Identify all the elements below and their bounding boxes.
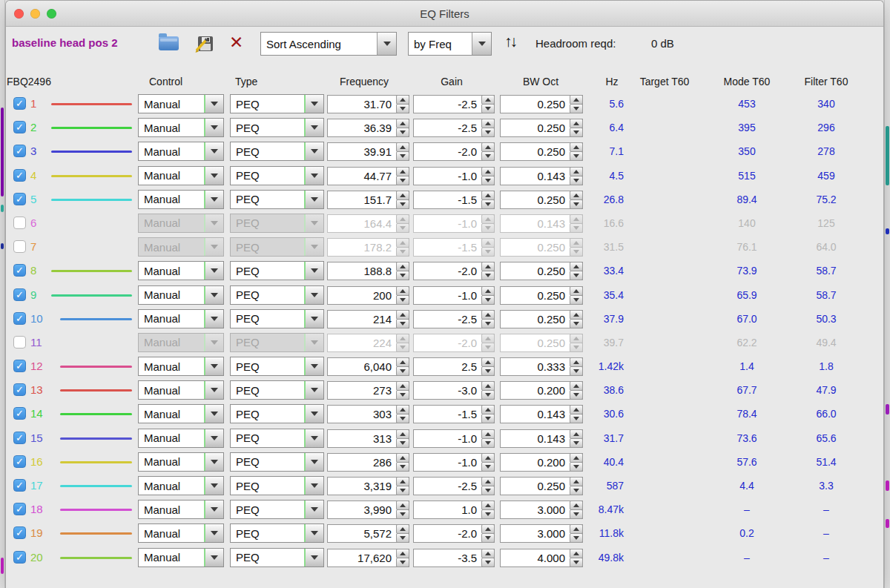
type-select[interactable]: PEQ — [230, 118, 324, 137]
title-bar[interactable]: EQ Filters — [6, 1, 883, 27]
filter-enable-checkbox[interactable]: ✓ — [13, 503, 26, 515]
filter-enable-checkbox[interactable]: ✓ — [13, 360, 26, 372]
spinner-down-button[interactable] — [396, 414, 409, 423]
spinner-down-button[interactable] — [481, 533, 495, 543]
gain-input[interactable]: -1.5 — [413, 238, 495, 257]
spinner-down-button[interactable] — [396, 128, 409, 137]
spinner-down-button[interactable] — [396, 533, 409, 543]
gain-input[interactable]: -2.5 — [413, 95, 495, 113]
frequency-input[interactable]: 178.2 — [327, 238, 409, 257]
filter-enable-checkbox[interactable]: ✓ — [13, 169, 26, 182]
type-select[interactable]: PEQ — [230, 309, 324, 328]
frequency-input[interactable]: 151.7 — [327, 191, 409, 209]
control-select[interactable]: Manual — [138, 237, 224, 257]
spinner-up-button[interactable] — [396, 549, 409, 558]
gain-input[interactable]: 2.5 — [413, 357, 495, 376]
control-select[interactable]: Manual — [138, 285, 224, 305]
spinner-down-button[interactable] — [396, 486, 409, 495]
control-select[interactable]: Manual — [138, 309, 224, 328]
type-select[interactable]: PEQ — [230, 548, 324, 567]
spinner-up-button[interactable] — [481, 286, 495, 296]
gain-input[interactable]: -2.5 — [413, 310, 495, 328]
frequency-input[interactable]: 273 — [327, 381, 409, 400]
spinner-down-button[interactable] — [481, 199, 495, 209]
spinner-up-button[interactable] — [481, 310, 495, 320]
frequency-input[interactable]: 200 — [327, 286, 409, 305]
filter-enable-checkbox[interactable]: ✓ — [13, 383, 26, 396]
type-select[interactable]: PEQ — [230, 357, 324, 376]
type-select[interactable]: PEQ — [230, 237, 324, 257]
filter-enable-checkbox[interactable]: ✓ — [13, 288, 26, 301]
frequency-input[interactable]: 224 — [327, 334, 409, 352]
gain-input[interactable]: -1.5 — [413, 191, 495, 209]
control-select[interactable]: Manual — [138, 94, 224, 113]
type-select[interactable]: PEQ — [230, 523, 324, 543]
spinner-down-button[interactable] — [396, 223, 409, 233]
spinner-up-button[interactable] — [396, 429, 409, 439]
frequency-input[interactable]: 39.91 — [327, 142, 409, 161]
frequency-input[interactable]: 36.39 — [327, 119, 409, 137]
gain-input[interactable]: -2.0 — [413, 142, 495, 161]
filter-enable-checkbox[interactable]: ✓ — [13, 455, 26, 468]
type-select[interactable]: PEQ — [230, 285, 324, 305]
frequency-input[interactable]: 214 — [327, 310, 409, 328]
type-select[interactable]: PEQ — [230, 333, 324, 352]
spinner-down-button[interactable] — [481, 271, 495, 280]
gain-input[interactable]: -2.0 — [413, 262, 495, 280]
spinner-down-button[interactable] — [396, 343, 409, 352]
control-select[interactable]: Manual — [138, 166, 224, 185]
control-select[interactable]: Manual — [138, 118, 224, 137]
filter-enable-checkbox[interactable]: ✓ — [13, 336, 26, 348]
type-select[interactable]: PEQ — [230, 142, 324, 161]
spinner-down-button[interactable] — [481, 509, 495, 519]
frequency-input[interactable]: 6,040 — [327, 357, 409, 376]
filter-enable-checkbox[interactable]: ✓ — [13, 312, 26, 325]
spinner-up-button[interactable] — [396, 286, 409, 296]
spinner-down-button[interactable] — [481, 390, 495, 400]
delete-filters-icon[interactable]: ✕ — [229, 33, 243, 52]
frequency-input[interactable]: 313 — [327, 429, 409, 448]
spinner-up-button[interactable] — [396, 214, 409, 224]
spinner-up-button[interactable] — [396, 334, 409, 343]
filter-enable-checkbox[interactable]: ✓ — [13, 264, 26, 277]
gain-input[interactable]: -3.0 — [413, 381, 495, 400]
spinner-up-button[interactable] — [481, 549, 495, 558]
spinner-up-button[interactable] — [396, 191, 409, 200]
spinner-down-button[interactable] — [396, 104, 409, 113]
spinner-down-button[interactable] — [396, 509, 409, 519]
gain-input[interactable]: -2.5 — [413, 477, 495, 495]
filter-enable-checkbox[interactable]: ✓ — [13, 193, 26, 205]
spinner-down-button[interactable] — [481, 366, 495, 376]
filter-enable-checkbox[interactable]: ✓ — [13, 407, 26, 420]
control-select[interactable]: Manual — [138, 476, 224, 495]
frequency-input[interactable]: 3,990 — [327, 501, 409, 519]
save-filters-icon[interactable] — [194, 33, 214, 53]
gain-input[interactable]: -2.0 — [413, 334, 495, 352]
control-select[interactable]: Manual — [138, 452, 224, 472]
spinner-down-button[interactable] — [481, 176, 495, 185]
gain-input[interactable]: -1.0 — [413, 214, 495, 233]
control-select[interactable]: Manual — [138, 523, 224, 543]
spinner-down-button[interactable] — [396, 390, 409, 400]
spinner-up-button[interactable] — [481, 191, 495, 200]
gain-input[interactable]: 1.0 — [413, 501, 495, 519]
filter-enable-checkbox[interactable]: ✓ — [13, 432, 26, 444]
spinner-down-button[interactable] — [396, 558, 409, 567]
filter-enable-checkbox[interactable]: ✓ — [13, 121, 26, 133]
spinner-down-button[interactable] — [481, 223, 495, 233]
gain-input[interactable]: -1.0 — [413, 167, 495, 185]
control-select[interactable]: Manual — [138, 142, 224, 161]
type-select[interactable]: PEQ — [230, 429, 324, 448]
frequency-input[interactable]: 3,319 — [327, 477, 409, 495]
spinner-down-button[interactable] — [481, 295, 495, 305]
frequency-input[interactable]: 303 — [327, 405, 409, 423]
control-select[interactable]: Manual — [138, 500, 224, 519]
type-select[interactable]: PEQ — [230, 452, 324, 472]
frequency-input[interactable]: 44.77 — [327, 167, 409, 185]
spinner-down-button[interactable] — [481, 319, 495, 328]
spinner-down-button[interactable] — [481, 414, 495, 423]
spinner-down-button[interactable] — [481, 247, 495, 257]
spinner-down-button[interactable] — [481, 486, 495, 495]
gain-input[interactable]: -2.5 — [413, 119, 495, 137]
frequency-input[interactable]: 31.70 — [327, 95, 409, 113]
